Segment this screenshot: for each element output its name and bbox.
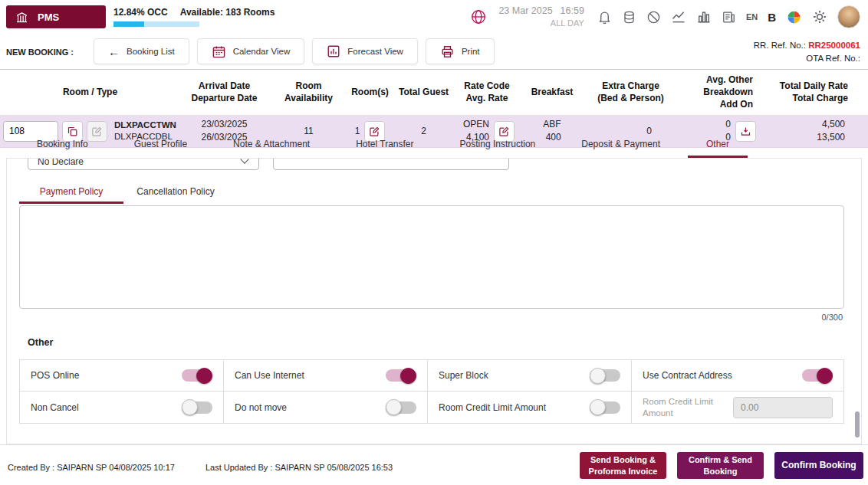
- report-news-icon[interactable]: [722, 10, 736, 25]
- forecast-view-button[interactable]: Forecast View: [312, 38, 418, 64]
- language-selector[interactable]: EN: [746, 12, 758, 21]
- use-contract-address-cell: Use Contract Address: [632, 360, 843, 392]
- confirm-booking-button[interactable]: Confirm Booking: [774, 452, 863, 479]
- confirm-send-booking-button[interactable]: Confirm & Send Booking: [677, 452, 764, 479]
- globe-icon[interactable]: [470, 8, 487, 25]
- policy-subtabs: Payment Policy Cancellation Policy: [19, 180, 228, 204]
- calendar-icon: [212, 44, 226, 59]
- other-tab-panel: No Declare Payment Policy Cancellation P…: [6, 158, 862, 444]
- tab-deposit-payment[interactable]: Deposit & Payment: [558, 130, 683, 158]
- available-rooms: Available: 183 Rooms: [180, 7, 275, 18]
- col-rooms: Room(s): [349, 70, 391, 115]
- top-right-icon-cluster: 23 Mar 202516:59 ALL DAY: [470, 0, 860, 34]
- occupancy-progress-bar: [113, 21, 199, 27]
- can-use-internet-toggle[interactable]: [386, 369, 416, 382]
- super-block-cell: Super Block: [428, 360, 632, 392]
- send-booking-proforma-button[interactable]: Send Booking & Proforma Invoice: [580, 452, 666, 479]
- current-date: 23 Mar 2025: [498, 5, 552, 16]
- panel-scrollbar-thumb[interactable]: [855, 411, 860, 437]
- do-not-move-toggle[interactable]: [386, 401, 416, 414]
- current-time: 16:59: [561, 5, 584, 16]
- currency-coins-icon[interactable]: [622, 10, 636, 25]
- subtab-payment-policy[interactable]: Payment Policy: [19, 180, 123, 204]
- col-extra-charge: Extra Charge(Bed & Person): [587, 70, 675, 115]
- col-rate-code: Rate CodeAvg. Rate: [456, 70, 518, 115]
- room-credit-limit-amount-label: Room Credit Limit Amount: [643, 396, 733, 419]
- room-credit-limit-toggle[interactable]: [590, 401, 620, 414]
- footer-bar: Created By : SAIPARN SP 04/08/2025 10:17…: [0, 444, 868, 485]
- do-not-move-cell: Do not move: [224, 392, 428, 423]
- booking-tabs: Booking Info Guest Profile Note & Attach…: [6, 130, 862, 158]
- notifications-bell-icon[interactable]: [597, 10, 612, 25]
- char-counter: 0/300: [821, 313, 843, 322]
- col-total-rate-charge: Total Daily RateTotal Charge: [759, 70, 868, 115]
- declare-select[interactable]: No Declare: [28, 158, 259, 170]
- tab-hotel-transfer[interactable]: Hotel Transfer: [333, 130, 436, 158]
- calendar-view-button[interactable]: Calendar View: [197, 38, 305, 64]
- tab-booking-info[interactable]: Booking Info: [14, 130, 111, 158]
- audit-info: Created By : SAIPARN SP 04/08/2025 10:17…: [8, 463, 393, 472]
- rate-code-value: OPEN: [463, 118, 489, 131]
- occupancy-progress-fill: [113, 21, 144, 27]
- payment-policy-textarea[interactable]: [19, 205, 844, 309]
- booking-toolbar: NEW BOOKING : ← Booking List Calendar Vi…: [0, 34, 868, 69]
- pos-online-toggle[interactable]: [182, 369, 212, 382]
- top-bar: PMS 12.84% OCC Available: 183 Rooms 23 M…: [0, 0, 868, 34]
- pms-booking-screen: PMS 12.84% OCC Available: 183 Rooms 23 M…: [0, 0, 868, 485]
- current-datetime: 23 Mar 202516:59 ALL DAY: [498, 5, 584, 29]
- analytics-colorful-icon[interactable]: [786, 9, 802, 25]
- forecast-chart-icon: [327, 44, 340, 58]
- block-ban-icon[interactable]: [646, 10, 661, 25]
- other-section-title: Other: [28, 337, 53, 348]
- can-use-internet-cell: Can Use Internet: [224, 360, 428, 392]
- settings-gear-icon[interactable]: [812, 9, 827, 25]
- col-arrival-departure: Arrival DateDeparture Date: [180, 70, 268, 115]
- tab-guest-profile[interactable]: Guest Profile: [111, 130, 210, 158]
- created-by-text: Created By : SAIPARN SP 04/08/2025 10:17: [8, 463, 175, 472]
- declare-extra-input[interactable]: [273, 158, 509, 170]
- tab-posting-instruction[interactable]: Posting Instruction: [437, 130, 559, 158]
- avg-breakdown-value: 0: [725, 118, 731, 131]
- super-block-toggle[interactable]: [590, 369, 620, 382]
- daily-rate-value: 4,500: [817, 118, 845, 131]
- room-credit-limit-amount-cell: Room Credit Limit Amount: [632, 392, 843, 423]
- col-total-guest: Total Guest: [391, 70, 456, 115]
- printer-icon: [440, 44, 455, 59]
- room-credit-limit-toggle-cell: Room Credit Limit Amount: [428, 392, 632, 423]
- non-cancel-toggle[interactable]: [182, 401, 212, 414]
- print-button[interactable]: Print: [426, 38, 495, 64]
- updated-by-text: Last Updated By : SAIPARN SP 05/08/2025 …: [205, 463, 393, 472]
- subtab-cancellation-policy[interactable]: Cancellation Policy: [123, 180, 228, 204]
- other-options-grid: POS Online Can Use Internet Super Block …: [19, 359, 844, 424]
- col-room-type: Room / Type: [0, 70, 180, 115]
- ota-ref-label: OTA Ref. No.:: [806, 54, 860, 63]
- reference-numbers: RR. Ref. No.: RR25000061 OTA Ref. No.:: [754, 39, 860, 64]
- non-cancel-cell: Non Cancel: [20, 392, 224, 423]
- use-contract-address-toggle[interactable]: [802, 369, 833, 382]
- rr-ref-label: RR. Ref. No.:: [754, 41, 806, 50]
- bar-chart-icon[interactable]: [696, 9, 712, 25]
- b-shortcut-icon[interactable]: B: [768, 11, 776, 24]
- declare-select-value: No Declare: [38, 158, 84, 167]
- arrival-date: 23/03/2025: [201, 118, 247, 131]
- new-booking-label: NEW BOOKING :: [6, 48, 74, 57]
- rr-ref-value: RR25000061: [808, 41, 860, 50]
- back-arrow-icon: ←: [108, 46, 120, 57]
- booking-list-button[interactable]: ← Booking List: [94, 38, 189, 64]
- occupancy-summary: 12.84% OCC Available: 183 Rooms: [113, 7, 275, 27]
- chevron-down-icon: [240, 158, 248, 164]
- tab-other[interactable]: Other: [683, 130, 752, 158]
- col-availability: Room Availability: [268, 70, 349, 115]
- breakfast-code: ABF: [543, 118, 561, 131]
- line-chart-icon[interactable]: [671, 9, 686, 25]
- grid-header-row: Room / Type Arrival DateDeparture Date R…: [0, 69, 868, 116]
- tab-note-attachment[interactable]: Note & Attachment: [210, 130, 333, 158]
- col-avg-breakdown: Avg. Other BreakdownAdd On: [675, 70, 759, 115]
- pms-home-button[interactable]: PMS: [6, 5, 106, 28]
- app-name: PMS: [38, 11, 59, 23]
- occupancy-percent: 12.84% OCC: [113, 7, 168, 18]
- pos-online-cell: POS Online: [20, 360, 224, 392]
- user-avatar[interactable]: [837, 5, 860, 28]
- all-day-label: ALL DAY: [498, 18, 584, 29]
- room-credit-limit-amount-input[interactable]: [733, 397, 833, 418]
